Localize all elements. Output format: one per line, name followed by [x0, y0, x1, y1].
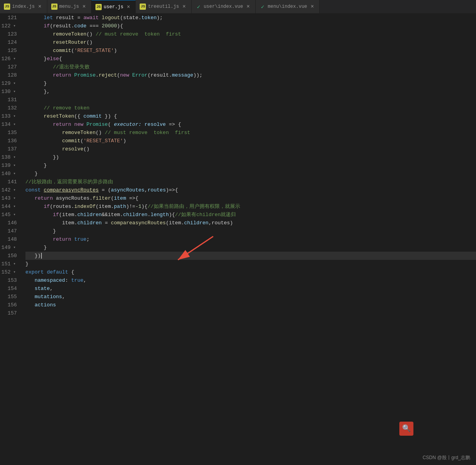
code-line-157	[25, 309, 476, 317]
code-line-125: commit('RESET_STATE')	[25, 46, 476, 55]
vue-icon: ✓	[260, 4, 266, 10]
tab-menu-js[interactable]: JS menu.js ×	[47, 0, 92, 14]
code-line-142: const compareasyncRoutes = (asyncRoutes,…	[25, 186, 476, 194]
tab-label: treeutil.js	[148, 4, 179, 9]
code-line-148: return true;	[25, 235, 476, 243]
tab-close[interactable]: ×	[309, 4, 315, 10]
code-line-123: removeToken() // must remove token first	[25, 30, 476, 38]
tab-label: index.js	[12, 4, 35, 9]
js-icon: JS	[4, 4, 10, 10]
code-line-122: if(result.code === 20000){	[25, 22, 476, 30]
code-line-134: return new Promise( executor: resolve =>…	[25, 120, 476, 129]
code-line-132: // remove token	[25, 104, 476, 112]
code-line-126: }else{	[25, 55, 476, 63]
code-area[interactable]: let result = await logout(state.token); …	[22, 14, 476, 465]
search-icon-overlay[interactable]: 🔍	[399, 422, 413, 436]
code-line-121: let result = await logout(state.token);	[25, 14, 476, 22]
code-line-137: resolve()	[25, 145, 476, 153]
tab-label: user.js	[104, 4, 123, 10]
tab-label: menu\index.vue	[268, 4, 307, 9]
code-line-153: namespaced: true,	[25, 276, 476, 284]
tab-label: menu.js	[59, 4, 79, 9]
code-line-136: commit('RESET_STATE')	[25, 137, 476, 145]
code-line-152: export default {	[25, 268, 476, 276]
watermark: CSDN @殷丨grd_志鹏	[422, 454, 470, 462]
line-numbers-gutter: 121 122▾ 123 124 125 126▾ 127 128 129▾ 1…	[0, 14, 22, 465]
code-line-147: }	[25, 227, 476, 235]
code-line-129: }	[25, 79, 476, 88]
code-line-145: if(item.children&&item.children.length){…	[25, 211, 476, 219]
js-icon: JS	[140, 4, 146, 10]
code-line-124: resetRouter()	[25, 38, 476, 46]
code-line-150: })	[25, 252, 476, 260]
tab-close[interactable]: ×	[181, 4, 187, 10]
js-icon: JS	[95, 4, 102, 10]
code-line-135: removeToken() // must remove token first	[25, 129, 476, 137]
code-line-139: }	[25, 161, 476, 170]
editor: 121 122▾ 123 124 125 126▾ 127 128 129▾ 1…	[0, 14, 476, 465]
tab-bar: JS index.js × JS menu.js × JS user.js × …	[0, 0, 476, 14]
code-line-138: })	[25, 153, 476, 161]
vue-icon: ✓	[196, 4, 202, 10]
tab-close[interactable]: ×	[125, 4, 131, 10]
js-icon: JS	[51, 4, 57, 10]
search-icon: 🔍	[402, 425, 411, 433]
code-line-155: mutations,	[25, 293, 476, 301]
tab-index-js[interactable]: JS index.js ×	[0, 0, 47, 14]
tab-close[interactable]: ×	[37, 4, 43, 10]
code-line-156: actions	[25, 301, 476, 309]
code-line-131	[25, 96, 476, 104]
code-line-144: if(routes.indexOf(item.path)!=-1){//如果当前…	[25, 202, 476, 211]
code-line-128: return Promise.reject(new Error(result.m…	[25, 71, 476, 79]
code-line-130: },	[25, 88, 476, 96]
code-line-140: }	[25, 170, 476, 178]
code-line-141: //比较路由，返回需要展示的异步路由	[25, 178, 476, 186]
code-line-146: item.children = compareasyncRoutes(item.…	[25, 219, 476, 227]
tab-label: user\index.vue	[204, 4, 243, 9]
tab-treeutil-js[interactable]: JS treeutil.js ×	[136, 0, 191, 14]
code-line-154: state,	[25, 284, 476, 293]
tab-user-js[interactable]: JS user.js ×	[92, 0, 136, 14]
code-line-143: return asyncRoutes.filter(item =>{	[25, 194, 476, 202]
tab-menu-index-vue[interactable]: ✓ menu\index.vue ×	[256, 0, 320, 14]
tab-close[interactable]: ×	[245, 4, 251, 10]
tab-user-index-vue[interactable]: ✓ user\index.vue ×	[192, 0, 256, 14]
code-line-127: //退出登录失败	[25, 63, 476, 71]
tab-close[interactable]: ×	[81, 4, 87, 10]
code-line-149: }	[25, 243, 476, 252]
code-line-133: resetToken({ commit }) {	[25, 112, 476, 120]
code-line-151: }	[25, 260, 476, 268]
